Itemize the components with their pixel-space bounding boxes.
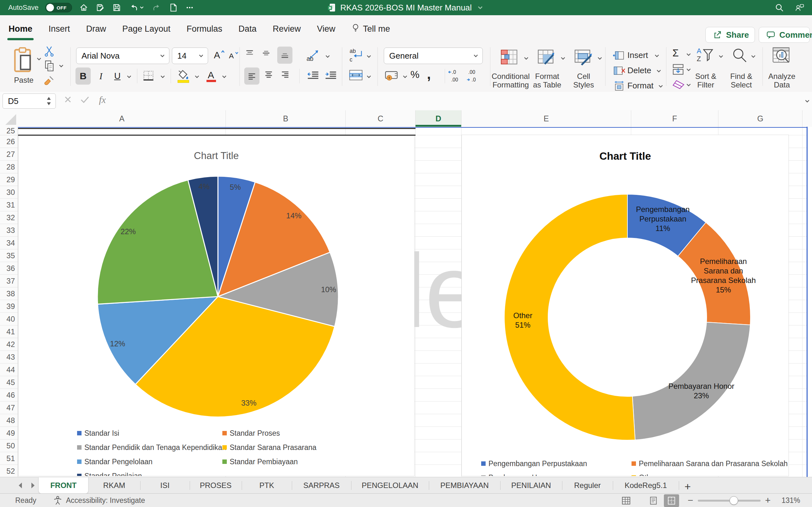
increase-indent-icon[interactable]: [324, 69, 338, 82]
row-header-51[interactable]: 51: [0, 452, 18, 465]
align-center-icon[interactable]: [264, 69, 273, 79]
legend-item[interactable]: Standar Sarana Prasarana: [222, 443, 316, 452]
row-header-32[interactable]: 32: [0, 211, 18, 224]
align-right-icon[interactable]: [281, 69, 290, 79]
home-icon[interactable]: [79, 3, 89, 12]
name-box-spinner-icon[interactable]: [45, 96, 55, 107]
sheet-tab-proses[interactable]: PROSES: [190, 477, 242, 493]
chart-slice[interactable]: [632, 322, 751, 440]
comments-button[interactable]: Comments: [759, 27, 810, 43]
decrease-font-icon[interactable]: A: [227, 50, 239, 62]
pie-chart[interactable]: 5%14%10%33%12%22%4% Chart Title Standar …: [18, 135, 415, 476]
legend-item[interactable]: Pengembangan Perpustakaan: [481, 459, 587, 468]
sheet-tab-penilaian[interactable]: PENILAIAN: [500, 477, 562, 493]
fill-color-icon[interactable]: [176, 69, 190, 83]
sheet-tab-pengelolaan[interactable]: PENGELOLAAN: [351, 477, 429, 493]
align-bottom-icon[interactable]: [277, 47, 293, 64]
paste-icon[interactable]: [12, 47, 36, 74]
doughnut-chart-title[interactable]: Chart Title: [462, 150, 789, 162]
row-header-36[interactable]: 36: [0, 262, 18, 275]
font-color-icon[interactable]: A: [205, 69, 217, 83]
legend-item[interactable]: Pemeliharaan Sarana dan Prasarana Sekola…: [631, 459, 788, 468]
align-middle-icon[interactable]: [261, 49, 271, 58]
formula-bar-expand-icon[interactable]: [804, 98, 811, 105]
insert-function-button[interactable]: fx: [99, 95, 106, 105]
ribbon-tab-formulas[interactable]: Formulas: [186, 22, 223, 36]
legend-item[interactable]: Standar Pengelolaan: [77, 457, 153, 466]
document-title[interactable]: RKAS 2026-BOS MI Master Manual: [340, 3, 472, 13]
sort-filter-label[interactable]: Sort & Filter: [685, 72, 726, 89]
merge-center-icon[interactable]: [348, 69, 363, 81]
pie-chart-title[interactable]: Chart Title: [18, 150, 414, 162]
zoom-in-button[interactable]: +: [765, 495, 771, 506]
insert-cells-chevron-icon[interactable]: [653, 52, 660, 59]
row-header-30[interactable]: 30: [0, 186, 18, 199]
column-header-D[interactable]: D: [415, 110, 461, 127]
add-sheet-button[interactable]: +: [681, 481, 694, 493]
cell-styles-icon[interactable]: [573, 47, 594, 67]
underline-button[interactable]: U: [110, 67, 124, 84]
increase-font-icon[interactable]: A: [212, 49, 225, 62]
row-header-26[interactable]: 26: [0, 135, 18, 148]
font-color-chevron-icon[interactable]: [221, 73, 228, 80]
font-size-select[interactable]: 14: [172, 48, 208, 64]
row-header-31[interactable]: 31: [0, 199, 18, 211]
row-header-35[interactable]: 35: [0, 249, 18, 262]
legend-item[interactable]: Standar Isi: [77, 429, 119, 438]
orientation-chevron-icon[interactable]: [324, 53, 331, 60]
row-header-47[interactable]: 47: [0, 401, 18, 414]
legend-item[interactable]: Standar Pembiayaan: [222, 457, 298, 466]
legend-item[interactable]: Pembayaran Honor: [481, 473, 552, 476]
enter-icon[interactable]: [80, 95, 90, 104]
format-cells-chevron-icon[interactable]: [657, 83, 664, 90]
autosave-toggle[interactable]: OFF: [45, 3, 72, 12]
format-as-table-icon[interactable]: [536, 47, 557, 67]
undo-icon[interactable]: [129, 3, 145, 12]
row-header-37[interactable]: 37: [0, 275, 18, 287]
row-header-28[interactable]: 28: [0, 161, 18, 173]
sheet-tab-rkam[interactable]: RKAM: [88, 477, 140, 493]
accessibility-status[interactable]: Accessibility: Investigate: [66, 496, 145, 505]
page-layout-view-button[interactable]: [646, 494, 661, 507]
wrap-text-chevron-icon[interactable]: [365, 53, 372, 60]
row-header-38[interactable]: 38: [0, 287, 18, 300]
sheet-tab-pembiayaan[interactable]: PEMBIAYAAN: [429, 477, 500, 493]
italic-button[interactable]: I: [94, 67, 108, 84]
row-header-25[interactable]: 25: [0, 127, 18, 135]
ribbon-tab-page-layout[interactable]: Page Layout: [122, 22, 171, 36]
feedback-icon[interactable]: [795, 3, 804, 12]
tabs-scroll-left-icon[interactable]: [16, 482, 24, 489]
paste-chevron-icon[interactable]: [36, 55, 43, 62]
row-header-34[interactable]: 34: [0, 237, 18, 249]
legend-item[interactable]: Standar Pendidik dan Tenaga Kependidikan: [77, 443, 226, 452]
row-header-41[interactable]: 41: [0, 326, 18, 338]
column-header-E[interactable]: E: [461, 110, 631, 127]
legend-item[interactable]: Standar Penilaian: [77, 471, 142, 476]
row-header-52[interactable]: 52: [0, 465, 18, 477]
find-select-label[interactable]: Find & Select: [721, 72, 762, 89]
delete-cells-icon[interactable]: [613, 65, 625, 76]
paste-label[interactable]: Paste: [6, 76, 41, 84]
conditional-formatting-icon[interactable]: [499, 47, 519, 67]
accessibility-icon[interactable]: [53, 496, 62, 505]
cancel-icon[interactable]: [63, 95, 72, 104]
autosum-button[interactable]: Σ: [672, 47, 679, 59]
column-header-C[interactable]: C: [346, 110, 415, 127]
autosum-chevron-icon[interactable]: [685, 51, 692, 58]
sheet-tab-sarpras[interactable]: SARPRAS: [292, 477, 351, 493]
search-icon[interactable]: [774, 3, 784, 12]
column-header-G[interactable]: G: [718, 110, 803, 127]
analyze-data-label[interactable]: Analyze Data: [761, 72, 803, 89]
bold-button[interactable]: B: [75, 67, 91, 84]
ribbon-tab-data[interactable]: Data: [238, 22, 257, 36]
percent-style-button[interactable]: %: [410, 69, 419, 80]
row-header-27[interactable]: 27: [0, 148, 18, 161]
copy-chevron-icon[interactable]: [58, 62, 65, 69]
align-top-icon[interactable]: [245, 49, 254, 58]
cell-styles-chevron-icon[interactable]: [596, 55, 603, 62]
legend-item[interactable]: Standar Proses: [222, 429, 280, 438]
insert-cells-icon[interactable]: [613, 50, 625, 61]
ribbon-tab-insert[interactable]: Insert: [48, 22, 71, 36]
sheet-grid[interactable]: le 5%14%10%33%12%22%4% Chart Title Stand…: [18, 127, 812, 477]
save-as-icon[interactable]: [96, 3, 105, 12]
